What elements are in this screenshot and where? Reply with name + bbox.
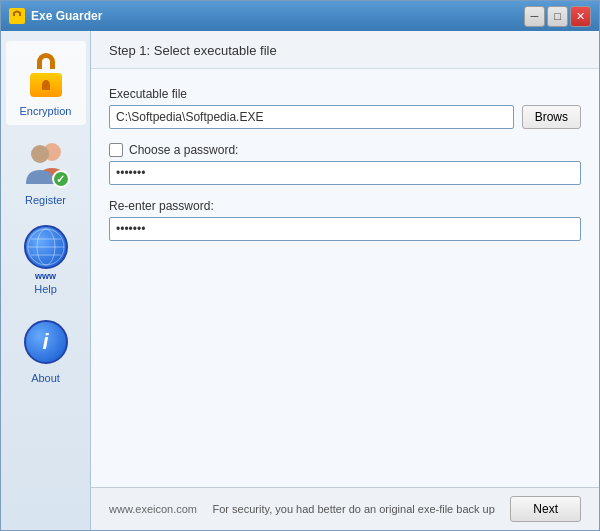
sidebar-label-about: About [31, 372, 60, 384]
executable-group: Executable file Brows [109, 87, 581, 129]
app-icon [9, 8, 25, 24]
content-area: Step 1: Select executable file Executabl… [91, 31, 599, 530]
www-label: www [35, 271, 56, 281]
minimize-button[interactable]: ─ [524, 6, 545, 27]
globe-icon [24, 225, 68, 269]
password-group: Choose a password: [109, 143, 581, 185]
svg-point-2 [31, 145, 49, 163]
sidebar-item-about[interactable]: i About [6, 308, 86, 392]
footer-area: www.exeicon.com For security, you had be… [91, 487, 599, 530]
reenter-input[interactable] [109, 217, 581, 241]
globe-svg [26, 227, 66, 267]
info-symbol: i [42, 329, 48, 355]
password-input[interactable] [109, 161, 581, 185]
lock-shackle [37, 53, 55, 69]
sidebar-label-encryption: Encryption [20, 105, 72, 117]
title-bar: Exe Guarder ─ □ ✕ [1, 1, 599, 31]
main-window: Exe Guarder ─ □ ✕ SOFTPEDIA [0, 0, 600, 531]
title-bar-text: Exe Guarder [9, 8, 102, 24]
footer-url: www.exeicon.com [109, 503, 197, 515]
info-icon: i [24, 320, 68, 364]
footer-note: For security, you had better do an origi… [197, 503, 510, 515]
encryption-icon-container [20, 49, 72, 101]
main-content: SOFTPEDIA Encryption [1, 31, 599, 530]
window-controls: ─ □ ✕ [524, 6, 591, 27]
sidebar-label-help: Help [34, 283, 57, 295]
lock-icon [22, 51, 70, 99]
lock-keyhole [42, 80, 50, 90]
step-header: Step 1: Select executable file [91, 31, 599, 69]
sidebar-label-register: Register [25, 194, 66, 206]
reenter-label: Re-enter password: [109, 199, 581, 213]
lock-body [30, 73, 62, 97]
sidebar-item-help[interactable]: www Help [6, 219, 86, 303]
sidebar-item-encryption[interactable]: Encryption [6, 41, 86, 125]
register-icon-container: ✓ [20, 138, 72, 190]
reenter-group: Re-enter password: [109, 199, 581, 241]
maximize-button[interactable]: □ [547, 6, 568, 27]
sidebar-item-register[interactable]: ✓ Register [6, 130, 86, 214]
help-icon-container: www [20, 227, 72, 279]
svg-rect-0 [13, 16, 21, 22]
form-area: Executable file Brows Choose a password: [91, 69, 599, 487]
check-icon: ✓ [52, 170, 70, 188]
password-label-row: Choose a password: [109, 143, 581, 157]
about-icon-container: i [20, 316, 72, 368]
sidebar: Encryption ✓ Register [1, 31, 91, 530]
password-checkbox[interactable] [109, 143, 123, 157]
close-button[interactable]: ✕ [570, 6, 591, 27]
executable-row: Brows [109, 105, 581, 129]
executable-input[interactable] [109, 105, 514, 129]
executable-label: Executable file [109, 87, 581, 101]
browse-button[interactable]: Brows [522, 105, 581, 129]
app-title: Exe Guarder [31, 9, 102, 23]
next-button[interactable]: Next [510, 496, 581, 522]
password-label: Choose a password: [129, 143, 238, 157]
